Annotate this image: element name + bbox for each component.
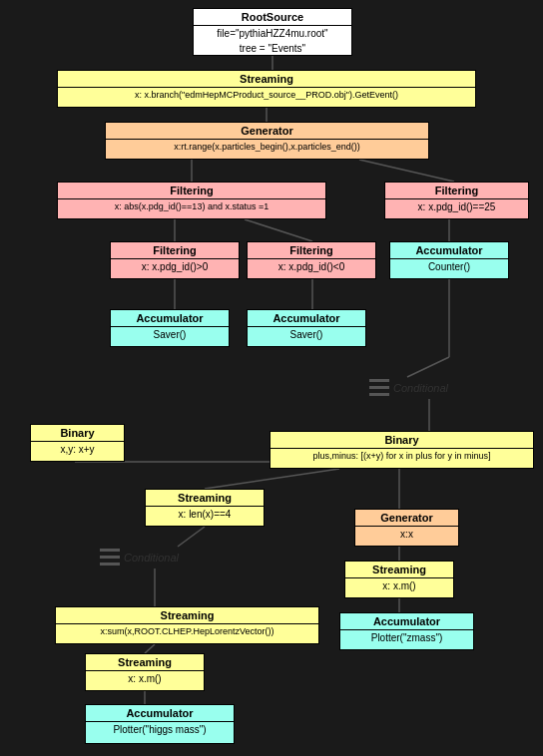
filtering1-node: Filtering x: abs(x.pdg_id()==13) and x.s… [57,182,326,219]
streaming1-title: Streaming [58,71,475,88]
accumulator5-line1: Plotter("higgs mass") [86,722,234,737]
rootsource-line2: tree = "Events" [194,41,351,56]
generator1-title: Generator [106,123,428,140]
svg-line-5 [245,219,312,241]
filtering2-title: Filtering [385,183,528,199]
filtering1-line1: x: abs(x.pdg_id()==13) and x.status =1 [58,199,325,213]
filtering4-line1: x: x.pdg_id()<0 [248,259,375,274]
accumulator2-node: Accumulator Saver() [110,309,230,347]
conditional2-icon [100,547,120,567]
filtering3-line1: x: x.pdg_id()>0 [111,259,239,274]
streaming3-line1: x: x.m() [345,578,453,593]
accumulator4-node: Accumulator Plotter("zmass") [339,612,474,650]
binary1-node: Binary x,y: x+y [30,424,125,462]
generator1-node: Generator x:rt.range(x.particles_begin()… [105,122,429,160]
accumulator5-node: Accumulator Plotter("higgs mass") [85,704,235,744]
svg-line-10 [407,357,449,377]
filtering2-line1: x: x.pdg_id()==25 [385,199,528,214]
accumulator2-title: Accumulator [111,310,229,327]
filtering1-title: Filtering [58,183,325,199]
accumulator3-title: Accumulator [248,310,365,327]
svg-line-13 [205,469,339,489]
streaming5-title: Streaming [86,654,204,671]
streaming2-node: Streaming x: len(x)==4 [145,489,265,527]
streaming5-line1: x: x.m() [86,671,204,686]
conditional1-icon [369,377,389,398]
rootsource-node: RootSource file="pythiaHZZ4mu.root" tree… [193,8,352,56]
binary1-line1: x,y: x+y [31,442,124,457]
streaming1-line1: x: x.branch("edmHepMCProduct_source__PRO… [58,88,475,102]
accumulator3-line1: Saver() [248,327,365,342]
binary1-title: Binary [31,425,124,442]
streaming5-node: Streaming x: x.m() [85,653,205,691]
accumulator4-line1: Plotter("zmass") [340,630,473,645]
binary2-line1: plus,minus: [(x+y) for x in plus for y i… [271,449,533,463]
svg-line-15 [178,527,205,547]
svg-line-19 [145,644,155,653]
streaming4-title: Streaming [56,607,318,624]
rootsource-line1: file="pythiaHZZ4mu.root" [194,26,351,41]
filtering4-node: Filtering x: x.pdg_id()<0 [247,241,376,279]
generator2-line1: x:x [355,527,458,542]
streaming4-node: Streaming x:sum(x,ROOT.CLHEP.HepLorentzV… [55,606,319,644]
conditional2-label: Conditional [124,552,179,564]
conditional1-label: Conditional [393,382,448,394]
generator2-title: Generator [355,510,458,527]
conditional2-node: Conditional [100,547,179,567]
streaming1-node: Streaming x: x.branch("edmHepMCProduct_s… [57,70,476,108]
binary2-title: Binary [271,432,533,449]
binary2-node: Binary plus,minus: [(x+y) for x in plus … [270,431,534,469]
generator1-line1: x:rt.range(x.particles_begin(),x.particl… [106,140,428,154]
accumulator1-line1: Counter() [390,259,508,274]
generator2-node: Generator x:x [354,509,459,547]
svg-line-3 [359,160,454,182]
filtering2-node: Filtering x: x.pdg_id()==25 [384,182,529,219]
accumulator1-node: Accumulator Counter() [389,241,509,279]
accumulator5-title: Accumulator [86,705,234,722]
filtering3-title: Filtering [111,242,239,259]
accumulator3-node: Accumulator Saver() [247,309,366,347]
accumulator4-title: Accumulator [340,613,473,630]
filtering3-node: Filtering x: x.pdg_id()>0 [110,241,240,279]
streaming3-node: Streaming x: x.m() [344,561,454,598]
streaming3-title: Streaming [345,562,453,578]
conditional1-node: Conditional [369,377,448,398]
accumulator1-title: Accumulator [390,242,508,259]
filtering4-title: Filtering [248,242,375,259]
rootsource-title: RootSource [194,9,351,26]
streaming4-line1: x:sum(x,ROOT.CLHEP.HepLorentzVector()) [56,624,318,638]
streaming2-title: Streaming [146,490,264,507]
streaming2-line1: x: len(x)==4 [146,507,264,522]
accumulator2-line1: Saver() [111,327,229,342]
